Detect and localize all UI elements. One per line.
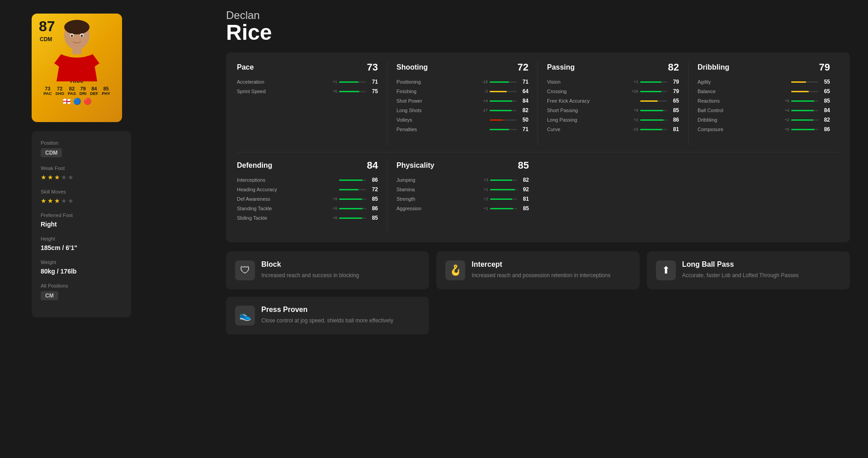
stat-bar (339, 198, 362, 200)
position-label: Position (41, 140, 122, 146)
stat-modifier: -18 (479, 80, 488, 84)
stat-value: 92 (519, 186, 529, 193)
stat-name: Standing Tackle (237, 206, 326, 211)
category-value: 85 (518, 160, 529, 171)
playstyle-icon: ⬆ (656, 260, 676, 280)
category-value: 79 (819, 61, 830, 73)
stat-value: 85 (368, 215, 378, 221)
stat-value: 71 (519, 126, 528, 132)
stat-name: Reactions (698, 98, 778, 104)
stat-row: Long Passing+286 (547, 117, 679, 123)
stat-value: 64 (519, 88, 528, 94)
playstyle-info: InterceptIncreased reach and possession … (472, 260, 610, 279)
stat-value: 85 (519, 205, 529, 212)
player-name-header: Declan Rice (226, 9, 850, 43)
stat-modifier: +4 (479, 99, 488, 103)
stat-row: Heading Accuracy72 (237, 186, 378, 193)
stat-value: 82 (820, 117, 830, 123)
stat-row: Volleys50 (396, 117, 528, 123)
stat-name: Long Shots (396, 108, 477, 113)
stat-bar-container (339, 81, 366, 83)
stat-row: Vision+179 (547, 79, 679, 85)
stat-name: Volleys (396, 117, 477, 123)
stat-modifier: +4 (780, 108, 789, 113)
stat-modifier: +5 (780, 99, 789, 103)
stat-value: 85 (368, 196, 378, 202)
stat-modifier: +1 (629, 80, 638, 84)
stat-row: Finishing-364 (396, 88, 528, 94)
stat-value: 55 (820, 79, 830, 85)
stat-name: Positioning (396, 79, 477, 85)
stat-name: Balance (698, 89, 778, 94)
stat-name: Sliding Tackle (237, 215, 326, 221)
stat-row: Short Passing+985 (547, 107, 679, 113)
card-stat-pas: 82 PAS (68, 86, 76, 96)
stat-bar (640, 91, 661, 92)
stat-bar (791, 110, 814, 111)
stat-name: Def Awareness (237, 196, 326, 202)
playstyle-card-intercept: 🪝InterceptIncreased reach and possession… (436, 251, 639, 289)
weak-foot-stars: ★★★★★ (41, 174, 122, 181)
stat-value: 86 (669, 117, 679, 123)
playstyle-card-press-proven: 👟Press ProvenClose control at jog speed,… (226, 297, 429, 335)
playstyle-name: Intercept (472, 260, 610, 269)
position-badge: CDM (41, 148, 62, 157)
stat-row: Long Shots-1782 (396, 107, 528, 113)
stat-bar (791, 119, 813, 121)
stat-value: 86 (368, 177, 378, 183)
stat-bar-container (640, 91, 667, 92)
svg-point-5 (71, 35, 73, 37)
stat-bar-container (490, 100, 517, 102)
stat-name: Aggression (396, 206, 477, 211)
category-name: Defending (237, 161, 272, 170)
stat-bar (640, 129, 662, 130)
height-label: Height (41, 236, 122, 241)
stat-bar-container (490, 129, 517, 130)
card-stat-pac: 73 PAC (43, 86, 52, 96)
category-value: 84 (367, 160, 378, 171)
playstyle-description: Accurate, faster Lob and Lofted Through … (682, 271, 799, 279)
stat-value: 50 (519, 117, 528, 123)
stat-bar-container (490, 179, 517, 181)
stat-row: Agility55 (698, 79, 830, 85)
stat-name: Acceleration (237, 79, 326, 85)
stat-bar (490, 189, 515, 190)
stat-modifier: +5 (328, 89, 337, 94)
stat-bar (339, 217, 362, 219)
card-stat-phy: 85 PHY (102, 86, 110, 96)
category-name: Physicality (396, 161, 434, 170)
stat-bar-container (490, 198, 517, 200)
stat-row: Positioning-1871 (396, 79, 528, 85)
stat-name: Dribbling (698, 117, 778, 123)
stat-row: Reactions+585 (698, 98, 830, 104)
stat-name: Free Kick Accuracy (547, 98, 627, 104)
category-value: 82 (668, 61, 679, 73)
stat-bar (640, 81, 661, 83)
stat-name: Shot Power (396, 98, 477, 104)
category-name: Dribbling (698, 63, 729, 71)
card-flags: 🏴󠁧󠁢󠁥󠁮󠁧󠁿 🔵 🔴 (63, 98, 91, 105)
stat-row: Stamina+192 (396, 186, 529, 193)
stat-modifier: +26 (629, 89, 638, 94)
playstyle-description: Increased reach and success in blocking (261, 271, 359, 279)
stat-row: Def Awareness+985 (237, 196, 378, 202)
stat-value: 84 (519, 98, 528, 104)
stats-grid: Pace73Acceleration+171Sprint Speed+575Sh… (226, 52, 850, 242)
playstyle-description: Increased reach and possession retention… (472, 271, 610, 279)
stat-row: Composure+586 (698, 126, 830, 132)
stat-bar-container (640, 100, 667, 102)
stat-bar-container (640, 110, 667, 111)
stat-bar-container (490, 119, 517, 121)
stat-bar-container (339, 217, 366, 219)
stat-bar (339, 208, 363, 209)
stat-bar-container (640, 81, 667, 83)
stat-category-pace: Pace73Acceleration+171Sprint Speed+575 (237, 61, 387, 145)
stat-value: 85 (669, 107, 679, 113)
left-panel: 87 CDM R (18, 9, 208, 317)
stat-bar (490, 129, 509, 130)
category-value: 73 (367, 61, 378, 73)
skill-moves-stars: ★★★★★ (41, 197, 122, 204)
stat-bar (791, 100, 814, 102)
stat-name: Ball Control (698, 108, 778, 113)
skill-moves-label: Skill Moves (41, 189, 122, 194)
